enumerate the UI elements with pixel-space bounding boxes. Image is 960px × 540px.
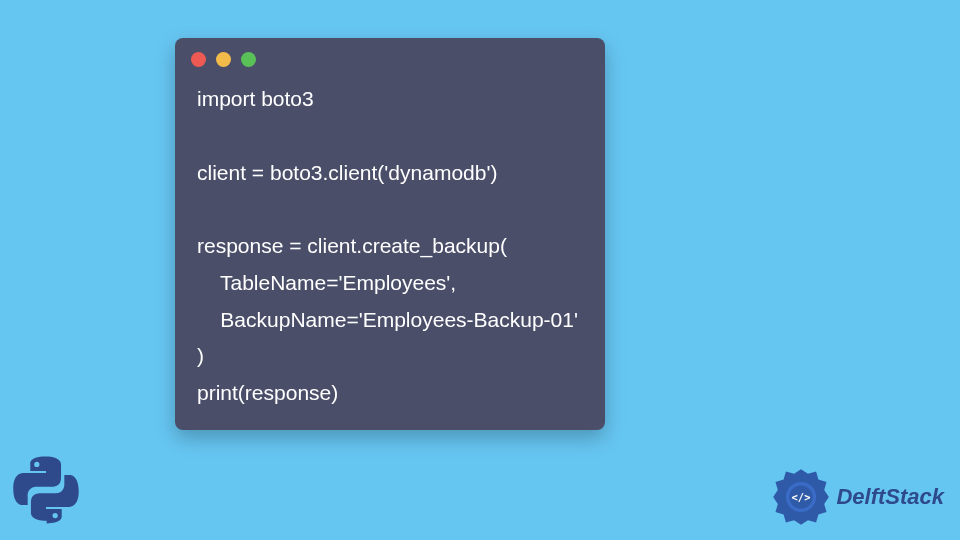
brand-name: DelftStack — [836, 484, 944, 510]
code-line: client = boto3.client('dynamodb') — [197, 161, 497, 184]
code-block: import boto3 client = boto3.client('dyna… — [175, 75, 605, 412]
delftstack-badge-icon: </> — [772, 468, 830, 526]
code-line: print(response) — [197, 381, 338, 404]
maximize-dot-icon — [241, 52, 256, 67]
svg-text:</>: </> — [792, 491, 811, 503]
close-dot-icon — [191, 52, 206, 67]
minimize-dot-icon — [216, 52, 231, 67]
code-window: import boto3 client = boto3.client('dyna… — [175, 38, 605, 430]
window-controls — [175, 38, 605, 75]
python-logo-icon — [10, 454, 82, 530]
code-line: ) — [197, 344, 204, 367]
code-line: TableName='Employees', — [197, 271, 456, 294]
code-line: BackupName='Employees-Backup-01' — [197, 308, 578, 331]
code-line: import boto3 — [197, 87, 314, 110]
code-line: response = client.create_backup( — [197, 234, 507, 257]
delftstack-logo: </> DelftStack — [772, 468, 944, 526]
